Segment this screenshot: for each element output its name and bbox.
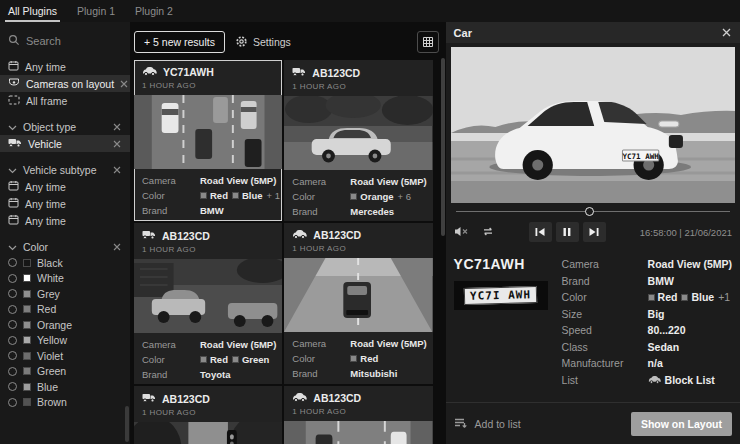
result-time: 1 HOUR AGO: [142, 81, 274, 90]
repeat-icon[interactable]: [481, 223, 495, 241]
field-label: Color: [142, 354, 200, 365]
radio-icon[interactable]: [8, 336, 17, 345]
clear-section-icon[interactable]: [113, 243, 121, 251]
car-plate-overlay: YC71 AWH: [622, 152, 659, 161]
radio-icon[interactable]: [8, 305, 17, 314]
remove-filter-icon[interactable]: [113, 140, 121, 148]
result-card[interactable]: YC71AWH 1 HOUR AGO CameraRoad View (5MP)…: [134, 60, 282, 221]
field-value: n/a: [648, 357, 663, 369]
filter-vehicle[interactable]: Vehicle: [0, 135, 130, 152]
field-label: Brand: [292, 368, 350, 379]
color-option-violet[interactable]: Violet: [8, 348, 130, 364]
result-card[interactable]: AB123CD 1 HOUR AGO CameraRoad View (5MP)…: [134, 223, 282, 384]
field-label: Camera: [292, 176, 350, 187]
radio-icon[interactable]: [8, 398, 17, 407]
show-on-layout-button[interactable]: Show on Layout: [631, 412, 732, 436]
add-to-list-button[interactable]: Add to list: [454, 417, 521, 431]
color-option-green[interactable]: Green: [8, 364, 130, 380]
detail-video-frame[interactable]: YC71 AWH: [451, 47, 735, 203]
field-value: Mitsubishi: [350, 368, 397, 379]
pause-button[interactable]: [556, 222, 579, 242]
color-option-yellow[interactable]: Yellow: [8, 333, 130, 349]
color-swatch: [23, 398, 31, 406]
color-option-blue[interactable]: Blue: [8, 379, 130, 395]
tab-plugin-1[interactable]: Plugin 1: [77, 0, 115, 22]
car-icon: [648, 374, 661, 386]
color-chip: Blue: [232, 190, 263, 201]
color-option-orange[interactable]: Orange: [8, 317, 130, 333]
camera-icon: [8, 78, 20, 90]
result-time: 1 HOUR AGO: [142, 408, 274, 417]
field-label: Camera: [292, 338, 350, 349]
radio-icon[interactable]: [8, 382, 17, 391]
field-value: Road View (5MP): [200, 339, 276, 350]
video-progress-bar[interactable]: [456, 206, 730, 217]
result-photo: [284, 421, 432, 444]
section-label: Color: [23, 241, 48, 253]
color-chip: Orange: [350, 191, 393, 202]
radio-icon[interactable]: [8, 351, 17, 360]
clear-section-icon[interactable]: [113, 166, 121, 174]
tab-all-plugins[interactable]: All Plugins: [8, 0, 57, 22]
color-option-red[interactable]: Red: [8, 302, 130, 318]
grid-view-button[interactable]: [417, 31, 439, 53]
skip-forward-button[interactable]: [583, 222, 606, 242]
result-card[interactable]: AB123CD 1 HOUR AGO CameraRoad View (5MP)…: [284, 60, 432, 221]
sidebar-scrollbar[interactable]: [125, 406, 129, 442]
truck-icon: [292, 66, 306, 79]
results-scrollbar[interactable]: [441, 58, 445, 236]
color-option-brown[interactable]: Brown: [8, 395, 130, 411]
new-results-button[interactable]: + 5 new results: [134, 31, 225, 53]
skip-back-button[interactable]: [529, 222, 552, 242]
results-panel: + 5 new results Settings YC71AWH 1 HOUR …: [130, 22, 446, 444]
video-timestamp: 16:58:00 | 21/06/2021: [640, 227, 732, 238]
progress-knob[interactable]: [585, 207, 594, 216]
car-icon: [292, 229, 307, 241]
settings-label: Settings: [253, 36, 291, 48]
field-label: Brand: [292, 206, 350, 217]
color-chip: Red: [200, 354, 228, 365]
video-controls: 16:58:00 | 21/06/2021: [454, 220, 732, 244]
field-value: Toyota: [200, 369, 230, 380]
field-label: Color: [142, 190, 200, 201]
color-option-black[interactable]: Black: [8, 255, 130, 271]
color-option-grey[interactable]: Grey: [8, 286, 130, 302]
truck-icon: [142, 392, 156, 405]
color-chip: Blue: [681, 291, 714, 303]
calendar-icon: [8, 197, 19, 210]
mute-icon[interactable]: [454, 223, 469, 241]
result-card[interactable]: AB123CD 1 HOUR AGO: [284, 386, 432, 444]
section-color[interactable]: Color: [8, 238, 130, 255]
filter-cameras-on-layout[interactable]: Cameras on layout: [0, 75, 130, 92]
close-icon[interactable]: [721, 27, 732, 38]
clear-section-icon[interactable]: [113, 123, 121, 131]
search-input[interactable]: [26, 35, 116, 47]
detail-plate-number: YC71AWH: [454, 256, 562, 272]
field-value: Block List: [648, 374, 715, 386]
filter-all-frame[interactable]: All frame: [8, 92, 130, 109]
field-value: Road View (5MP): [648, 258, 732, 270]
field-label: Color: [292, 353, 350, 364]
car-icon: [142, 66, 157, 78]
tab-plugin-2[interactable]: Plugin 2: [135, 0, 173, 22]
filter-any-time[interactable]: Any time: [8, 58, 130, 75]
settings-button[interactable]: Settings: [235, 35, 291, 50]
radio-icon[interactable]: [8, 274, 17, 283]
radio-icon[interactable]: [8, 258, 17, 267]
subtype-any-time-1[interactable]: Any time: [8, 178, 130, 195]
radio-icon[interactable]: [8, 289, 17, 298]
color-option-white[interactable]: White: [8, 271, 130, 287]
remove-filter-icon[interactable]: [120, 80, 128, 88]
plate-number: AB123CD: [312, 67, 360, 79]
radio-icon[interactable]: [8, 367, 17, 376]
result-card[interactable]: AB123CD 1 HOUR AGO CameraRoad View (5MP)…: [284, 223, 432, 384]
radio-icon[interactable]: [8, 320, 17, 329]
search-row: [8, 30, 130, 52]
subtype-any-time-3[interactable]: Any time: [8, 212, 130, 229]
field-value: 80...220: [648, 324, 686, 336]
result-card[interactable]: AB123CD 1 HOUR AGO: [134, 386, 282, 444]
subtype-any-time-2[interactable]: Any time: [8, 195, 130, 212]
section-vehicle-subtype[interactable]: Vehicle subtype: [8, 161, 130, 178]
section-object-type[interactable]: Object type: [8, 118, 130, 135]
field-label: Brand: [562, 275, 648, 287]
